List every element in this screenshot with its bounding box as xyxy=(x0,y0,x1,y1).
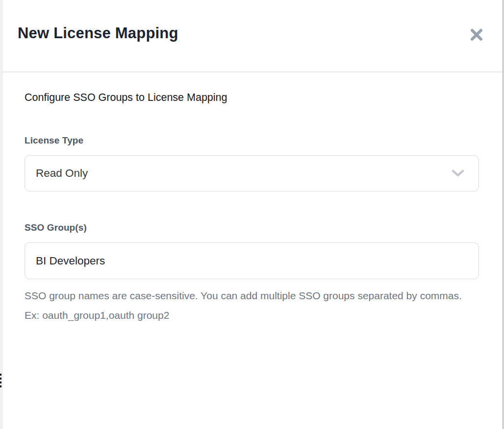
close-button[interactable] xyxy=(469,27,484,43)
close-icon xyxy=(470,28,483,42)
chevron-down-icon xyxy=(451,169,465,180)
modal-subtitle: Configure SSO Groups to License Mapping xyxy=(25,92,481,104)
license-type-field-group: License Type Read Only xyxy=(25,135,481,191)
license-type-label: License Type xyxy=(25,135,481,146)
license-type-select[interactable]: Read Only xyxy=(25,155,479,191)
sso-groups-input[interactable] xyxy=(25,242,479,279)
modal-title: New License Mapping xyxy=(18,24,178,42)
background-content-dash xyxy=(0,381,1,383)
background-content-dash xyxy=(0,374,1,376)
sso-groups-field-group: SSO Group(s) SSO group names are case-se… xyxy=(25,222,481,325)
license-type-selected-value: Read Only xyxy=(36,167,88,180)
background-content-dash xyxy=(0,378,1,380)
modal-header: New License Mapping xyxy=(2,0,504,72)
modal-body: Configure SSO Groups to License Mapping … xyxy=(2,72,504,325)
spacer xyxy=(25,191,481,222)
window-right-edge xyxy=(503,0,504,429)
new-license-mapping-modal: New License Mapping Configure SSO Groups… xyxy=(2,0,504,429)
sso-groups-help-text: SSO group names are case-sensitive. You … xyxy=(25,286,468,325)
background-content-dash xyxy=(0,385,1,387)
sso-groups-label: SSO Group(s) xyxy=(25,222,481,233)
